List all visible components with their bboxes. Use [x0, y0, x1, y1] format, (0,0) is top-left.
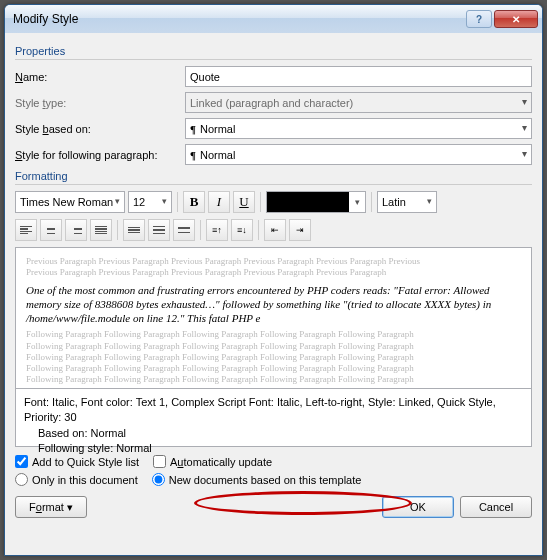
cancel-button[interactable]: Cancel [460, 496, 532, 518]
preview-pane: Previous Paragraph Previous Paragraph Pr… [15, 247, 532, 389]
style-type-select: Linked (paragraph and character) [185, 92, 532, 113]
add-quick-style-checkbox[interactable]: Add to Quick Style list [15, 455, 139, 468]
auto-update-checkbox[interactable]: Automatically update [153, 455, 272, 468]
help-button[interactable]: ? [466, 10, 492, 28]
paragraph-icon: ¶ [190, 149, 196, 161]
align-left-button[interactable] [15, 219, 37, 241]
align-center-button[interactable] [40, 219, 62, 241]
line-spacing-2-button[interactable] [173, 219, 195, 241]
name-input[interactable]: Quote [185, 66, 532, 87]
title-bar[interactable]: Modify Style ? ✕ [5, 5, 542, 33]
dialog-title: Modify Style [13, 12, 464, 26]
close-button[interactable]: ✕ [494, 10, 538, 28]
properties-header: Properties [15, 45, 532, 57]
underline-button[interactable]: U [233, 191, 255, 213]
space-before-inc-button[interactable]: ≡↑ [206, 219, 228, 241]
line-spacing-15-button[interactable] [148, 219, 170, 241]
line-spacing-1-button[interactable] [123, 219, 145, 241]
align-right-button[interactable] [65, 219, 87, 241]
align-justify-button[interactable] [90, 219, 112, 241]
paragraph-icon: ¶ [190, 123, 196, 135]
italic-button[interactable]: I [208, 191, 230, 213]
only-this-document-radio[interactable]: Only in this document [15, 473, 138, 486]
format-button[interactable]: Format ▾ [15, 496, 87, 518]
style-description: Font: Italic, Font color: Text 1, Comple… [15, 389, 532, 447]
style-type-label: Style type: [15, 97, 185, 109]
name-label: Name: [15, 71, 185, 83]
bold-button[interactable]: B [183, 191, 205, 213]
space-before-dec-button[interactable]: ≡↓ [231, 219, 253, 241]
font-size-select[interactable]: 12 [128, 191, 172, 213]
following-label: Style for following paragraph: [15, 149, 185, 161]
script-select[interactable]: Latin [377, 191, 437, 213]
based-on-label: Style based on: [15, 123, 185, 135]
font-family-select[interactable]: Times New Roman [15, 191, 125, 213]
indent-decrease-button[interactable]: ⇤ [264, 219, 286, 241]
following-select[interactable]: ¶Normal [185, 144, 532, 165]
font-color-select[interactable] [266, 191, 366, 213]
modify-style-dialog: Modify Style ? ✕ Properties Name: Quote … [4, 4, 543, 556]
based-on-select[interactable]: ¶Normal [185, 118, 532, 139]
formatting-header: Formatting [15, 170, 532, 182]
new-documents-radio[interactable]: New documents based on this template [152, 473, 362, 486]
ok-button[interactable]: OK [382, 496, 454, 518]
indent-increase-button[interactable]: ⇥ [289, 219, 311, 241]
